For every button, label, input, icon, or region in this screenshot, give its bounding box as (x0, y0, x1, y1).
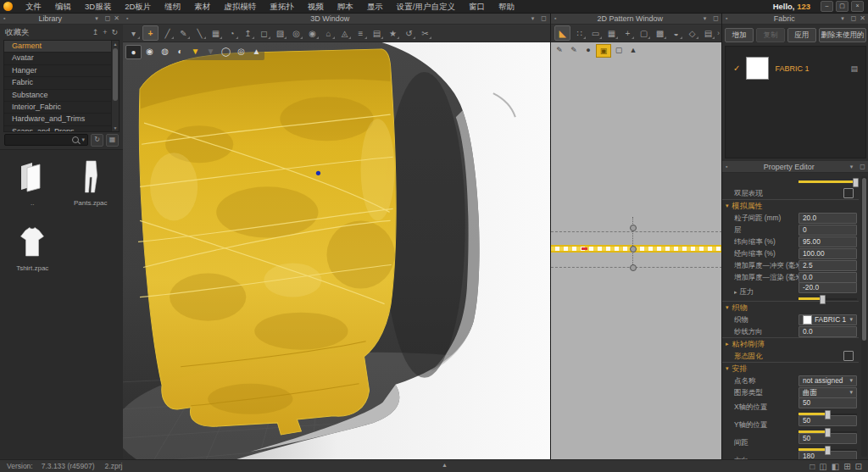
library-file-tshirt-zpac[interactable]: Tshirt.zpac (8, 224, 57, 272)
sidebar-item-avatar[interactable]: Avatar (4, 53, 119, 64)
seam-allowance-tool[interactable]: ▩ (653, 26, 667, 40)
value-input[interactable]: 2.5 (798, 260, 857, 271)
close-icon[interactable]: ✕ (114, 14, 120, 22)
free-sewing-tool[interactable]: ◎ (289, 26, 303, 40)
fabric-button[interactable]: 删除未使用的 (819, 28, 866, 42)
chevron-down-icon[interactable]: ▾ (704, 15, 707, 22)
pin-icon[interactable]: ▪ (3, 15, 5, 21)
library-scrollbar[interactable]: ▲ ▼ (111, 41, 119, 131)
chevron-down-icon[interactable]: ▾ (841, 15, 844, 22)
property-slider[interactable] (798, 428, 857, 436)
stamp-2d-icon[interactable]: ▲ (626, 44, 640, 56)
collapse-arrow-icon[interactable]: ▲ (442, 462, 448, 468)
refresh-icon[interactable]: ↻ (91, 134, 103, 147)
layout-custom-icon[interactable]: ⊡ (855, 462, 862, 471)
fabric-list-item[interactable]: ✓FABRIC 1▤ (726, 54, 865, 82)
refresh-icon[interactable]: ↻ (111, 28, 118, 36)
value-select[interactable]: FABRIC 1▾ (798, 314, 857, 325)
search-filter-caret-icon[interactable]: ▾ (81, 136, 85, 143)
select-move-tool[interactable]: + (142, 25, 159, 41)
texture-edit-tool[interactable]: ◇ (685, 26, 699, 40)
layout-two-pane-icon[interactable]: ◫ (819, 462, 826, 471)
layout-four-pane-icon[interactable]: ⊞ (843, 462, 850, 471)
section-header-安排[interactable]: ▾安排 (722, 362, 859, 375)
gizmo-handle-bottom[interactable] (630, 264, 637, 271)
show-base-line-icon[interactable]: ▢ (612, 44, 626, 56)
grid-view-icon[interactable]: ▦ (106, 134, 119, 147)
sewing-tool[interactable]: ◻ (257, 26, 271, 40)
property-slider[interactable] (798, 446, 857, 453)
add-icon[interactable]: + (103, 28, 107, 36)
slider-knob[interactable] (825, 410, 831, 419)
property-slider[interactable] (798, 178, 857, 186)
edit-pattern-tool[interactable]: ✎ (176, 26, 191, 40)
3d-viewport[interactable]: ●◉◍◐▼▼◯◎▲ (123, 42, 550, 460)
fabric-swatch[interactable] (746, 57, 769, 80)
search-input[interactable]: ▾ (4, 134, 88, 146)
menu-item[interactable]: 显示 (360, 0, 390, 13)
transparent-view-icon[interactable]: ◍ (158, 45, 172, 58)
dart-tool[interactable]: + (620, 26, 635, 40)
chevron-down-icon[interactable]: ▾ (531, 15, 535, 22)
button-tool[interactable]: ◬ (337, 26, 352, 40)
avatar-skin-icon[interactable]: ◎ (234, 45, 248, 58)
menu-item[interactable]: 窗口 (462, 0, 492, 13)
value-select[interactable]: not assigned▾ (798, 375, 857, 386)
scrollbar-thumb[interactable] (113, 48, 118, 101)
show-grainline-icon[interactable]: ● (581, 44, 595, 56)
value-input[interactable]: 50 (798, 397, 857, 408)
steam-tool[interactable]: ◉ (305, 26, 320, 40)
library-file--[interactable]: .. (8, 158, 57, 207)
section-header-粘衬/削薄[interactable]: ▸粘衬/削薄 (722, 337, 859, 350)
show-sewing-icon[interactable]: ✎ (553, 44, 566, 56)
avatar-tool[interactable]: ✂ (418, 26, 432, 40)
show-pattern-fill-icon[interactable]: ▣ (596, 44, 611, 58)
value-input[interactable]: -20.0 (798, 282, 857, 293)
section-header-模拟属性[interactable]: ▾模拟属性 (722, 199, 859, 212)
solidify-tool[interactable]: ⌂ (321, 26, 336, 40)
slider-knob[interactable] (825, 446, 831, 455)
rectangle-tool[interactable]: ▦ (604, 26, 619, 40)
layout-split-icon[interactable]: ◧ (832, 462, 839, 471)
3d-scene-canvas[interactable] (123, 42, 550, 460)
value-input[interactable]: 20.0 (798, 213, 857, 224)
value-input[interactable]: 0.0 (798, 326, 857, 337)
notch-tool[interactable]: ▢ (637, 26, 651, 40)
close-icon[interactable]: ✕ (860, 14, 865, 22)
sidebar-item-interior_fabric[interactable]: Interior_Fabric (4, 102, 119, 114)
menu-item[interactable]: 3D服装 (78, 0, 118, 13)
upload-icon[interactable]: ↥ (92, 28, 99, 36)
layout-single-icon[interactable]: □ (810, 462, 815, 471)
topstitch-tool[interactable]: ★ (386, 26, 400, 40)
hide-garment-icon[interactable]: ▼ (203, 45, 218, 58)
menu-item[interactable]: 脚本 (331, 0, 360, 13)
arrange-tool[interactable]: ▦ (209, 26, 223, 40)
scroll-down-icon[interactable]: ▼ (112, 125, 119, 131)
chevron-down-icon[interactable]: ▾ (850, 164, 854, 170)
shaded-view-icon[interactable]: ● (125, 45, 142, 59)
greeting-username[interactable]: 123 (797, 2, 810, 11)
menu-item[interactable]: 重拓扑 (263, 0, 301, 13)
toolbar-overflow-icon[interactable]: › (717, 29, 720, 37)
pin-icon[interactable]: ▪ (554, 15, 556, 21)
slider-knob[interactable] (853, 178, 859, 187)
add-point-tool[interactable]: ▭ (588, 26, 603, 40)
sidebar-item-hardware_and_trims[interactable]: Hardware_and_Trims (4, 114, 119, 125)
property-scrollbar[interactable] (861, 176, 867, 457)
shrink-tool[interactable]: ↺ (402, 26, 416, 40)
close-icon[interactable]: × (851, 1, 864, 12)
show-notch-icon[interactable]: ✎ (567, 44, 581, 56)
mesh-view-icon[interactable]: ◉ (142, 45, 157, 58)
viewport-gizmo-tool[interactable]: ▾ (126, 26, 141, 40)
fabric-button[interactable]: 应用 (787, 28, 816, 42)
pin-icon[interactable]: ▪ (126, 15, 128, 21)
menu-item[interactable]: 视频 (301, 0, 331, 13)
show-garment-icon[interactable]: ▼ (188, 45, 203, 58)
sidebar-item-hanger[interactable]: Hanger (4, 65, 119, 77)
maximize-icon[interactable]: ▢ (836, 1, 849, 12)
scroll-up-icon[interactable]: ▲ (112, 41, 119, 47)
pen-tool[interactable]: ╲ (192, 26, 207, 40)
gizmo-handle-center[interactable] (630, 246, 637, 253)
expand-arrow-icon[interactable]: ▸ (734, 289, 737, 295)
scrollbar-thumb[interactable] (862, 178, 866, 341)
